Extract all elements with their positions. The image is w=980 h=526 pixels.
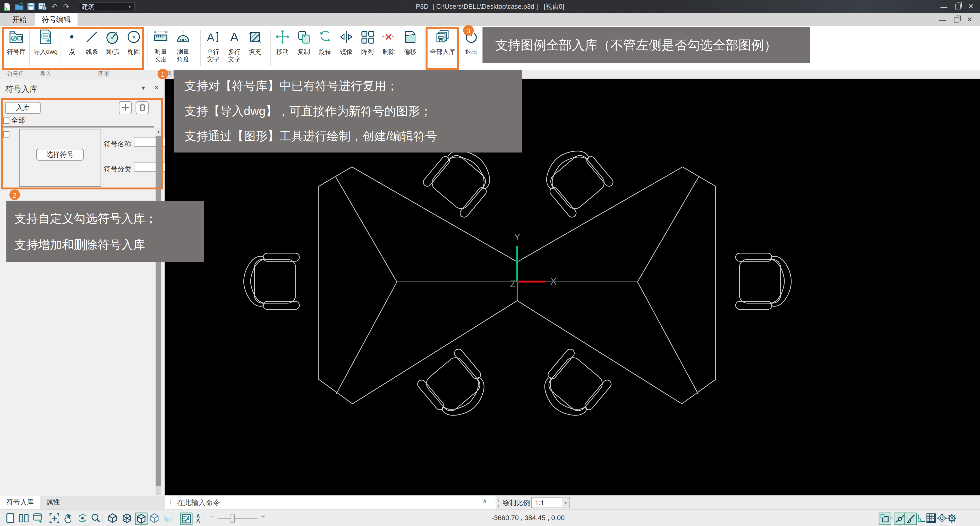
cube-front-button[interactable] <box>135 513 148 525</box>
ribbon-button-line[interactable]: 线条 <box>83 27 101 69</box>
zoom-in-icon[interactable]: + <box>261 512 265 521</box>
new-doc-button[interactable] <box>5 513 16 524</box>
doc-restore-button[interactable] <box>954 17 959 23</box>
ribbon-button-multi-text[interactable]: A多行文字 <box>224 27 245 69</box>
close-button[interactable]: ✕ <box>968 3 974 11</box>
status-bar: -3660.70 , 384.45 , 0.00 − + ∧∧˄ <box>0 510 980 526</box>
ellipse-icon <box>126 29 142 45</box>
ribbon-button-copy[interactable]: 复制 <box>294 27 314 69</box>
add-symbol-button[interactable] <box>119 101 132 114</box>
object-snap-expand-icon[interactable]: ˄ <box>890 515 893 521</box>
doc-close-button[interactable]: ✕ <box>967 16 972 24</box>
ribbon-separator <box>200 30 200 66</box>
command-bar: ⋮⋮ 在此输入命令 ∧ 绘制比例 1:1 ▼ <box>165 495 980 510</box>
symbol-name-label: 符号名称 <box>104 139 131 149</box>
add-window-button[interactable] <box>32 513 44 524</box>
command-input[interactable]: ⋮⋮ 在此输入命令 <box>165 496 496 510</box>
minimize-button[interactable]: — <box>940 3 948 10</box>
ribbon-button-label: 阵列 <box>361 48 374 56</box>
object-snap-button[interactable] <box>879 513 891 525</box>
tab-properties[interactable]: 属性 <box>40 496 66 509</box>
drag-handle-icon[interactable]: ⋮⋮ <box>168 500 173 505</box>
zoom-button[interactable] <box>90 513 101 524</box>
ribbon-button-single-text[interactable]: A单行文字 <box>202 27 224 69</box>
profile-dropdown[interactable]: 建筑 ▼ <box>79 2 135 11</box>
separator <box>498 498 499 508</box>
panel-scrollbar[interactable]: ▲ <box>156 128 161 495</box>
select-symbol-button[interactable]: 选择符号 <box>36 149 84 161</box>
ribbon-button-mirror[interactable]: 镜像 <box>336 27 356 69</box>
ribbon-separator <box>29 30 30 66</box>
orbit-button[interactable] <box>77 513 88 524</box>
tab-symbol-store[interactable]: 符号入库 <box>0 496 40 509</box>
ribbon-button-ellipse[interactable]: 椭圆 <box>124 27 143 69</box>
expand-command-icon[interactable]: ∧ <box>482 498 487 505</box>
panel-close-icon[interactable]: ✕ <box>153 85 159 91</box>
ribbon-button-offset[interactable]: 偏移 <box>400 27 420 69</box>
ribbon-button-array[interactable]: 阵列 <box>358 27 377 69</box>
chair <box>536 140 614 219</box>
ribbon-button-move[interactable]: 移动 <box>272 27 293 69</box>
gizmo-button[interactable] <box>936 513 948 524</box>
undo-button[interactable]: ↶ <box>49 2 59 11</box>
circle-arc-icon <box>104 29 121 45</box>
cube-side-button[interactable] <box>149 513 160 524</box>
multi-text-icon: A <box>226 29 242 45</box>
ribbon-button-import-dwg[interactable]: DWG导入dwg <box>31 27 60 69</box>
ribbon-button-label: 复制 <box>298 48 310 56</box>
ribbon-button-label: 符号库 <box>7 48 26 56</box>
display-style-button[interactable] <box>180 513 192 525</box>
measure-length-icon <box>153 29 169 45</box>
cube-iso-button[interactable] <box>121 513 133 524</box>
doc-minimize-button[interactable]: — <box>939 16 946 24</box>
ribbon-button-store-all[interactable]: 全部入库 <box>426 27 459 69</box>
collapse-button[interactable]: ∧∧ <box>192 513 204 524</box>
node-snap-icon <box>894 513 906 524</box>
tab-symbol-edit[interactable]: 符号编辑 <box>35 13 78 26</box>
scrollbar-thumb[interactable] <box>156 136 161 486</box>
zoom-slider-track[interactable] <box>217 518 257 519</box>
ribbon-button-symbol-library[interactable]: 符号库 <box>4 27 29 69</box>
all-checkbox[interactable] <box>3 117 9 123</box>
ribbon-button-delete[interactable]: 删除 <box>379 27 399 69</box>
ribbon-button-measure-angle[interactable]: 测量角度 <box>173 27 194 69</box>
delete-symbol-button[interactable] <box>136 101 149 114</box>
ribbon-button-rotate[interactable]: 旋转 <box>315 27 335 69</box>
cube-iso-icon <box>121 513 133 524</box>
panel-collapse-icon[interactable]: ▼ <box>141 85 146 91</box>
chevron-down-icon: ▼ <box>562 498 570 508</box>
restore-button[interactable] <box>955 4 961 10</box>
save-settings-button[interactable] <box>38 2 48 11</box>
zoom-slider-handle[interactable] <box>231 514 235 523</box>
scroll-up-icon[interactable]: ▲ <box>156 128 161 135</box>
zoom-out-icon[interactable]: − <box>209 512 214 521</box>
zoom-extents-button[interactable] <box>49 513 60 524</box>
draw-scale-value: 1:1 <box>535 499 544 506</box>
settings-gear-button[interactable] <box>946 513 958 524</box>
new-file-button[interactable] <box>2 2 12 11</box>
draw-scale-select[interactable]: 1:1 ▼ <box>531 497 570 508</box>
cube-top-icon <box>107 513 118 524</box>
grid-button[interactable] <box>926 513 937 524</box>
measure-angle-icon <box>175 29 191 45</box>
cube-solid-button[interactable] <box>162 513 174 524</box>
pan-button[interactable] <box>63 513 74 524</box>
open-file-button[interactable] <box>14 2 24 11</box>
save-settings-icon <box>38 3 47 11</box>
panel-bottom-tabs: 符号入库 属性 <box>0 496 165 509</box>
save-button[interactable] <box>25 2 35 11</box>
ribbon-button-hatch-fill[interactable]: 填充 <box>245 27 265 69</box>
cube-top-button[interactable] <box>107 513 118 524</box>
store-button[interactable]: 入库 <box>5 102 40 114</box>
panel-separator <box>3 126 154 128</box>
redo-button[interactable]: ↷ <box>61 2 72 11</box>
svg-text:A: A <box>207 31 214 43</box>
ribbon-button-label: 删除 <box>382 48 395 56</box>
ribbon-button-measure-length[interactable]: 测量长度 <box>150 27 171 69</box>
tile-windows-button[interactable] <box>18 513 29 524</box>
ribbon-button-point[interactable]: 点 <box>63 27 81 69</box>
symbol-row-checkbox[interactable] <box>3 131 9 137</box>
tab-start[interactable]: 开始 <box>5 13 34 26</box>
ribbon-button-circle-arc[interactable]: 圆/弧 <box>102 27 123 69</box>
ortho-button[interactable] <box>915 513 926 524</box>
